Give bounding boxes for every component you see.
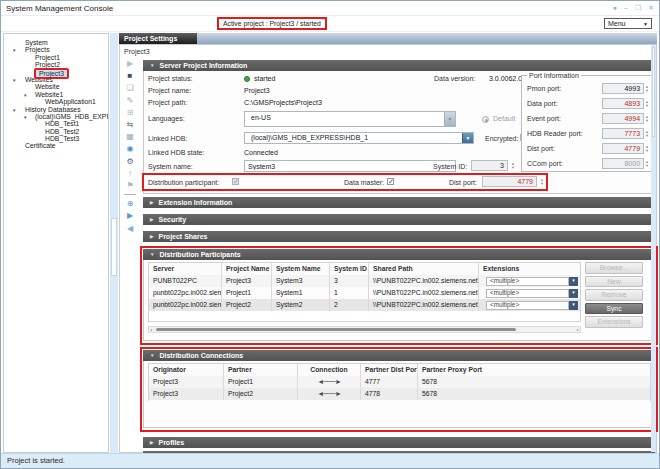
settings-icon[interactable]: ⚙ [126, 157, 133, 166]
panel-header-server-project-information[interactable]: ▼ Server Project Information [143, 60, 655, 71]
spinner-icon[interactable]: ▲▼ [645, 160, 649, 168]
chevron-right-icon: ▶ [150, 231, 153, 242]
extensions-dropdown[interactable]: <multiple> [486, 277, 569, 286]
browse-button[interactable]: Browse... [585, 262, 643, 274]
port-information-title: Port Information [527, 72, 581, 79]
scrollbar-thumb[interactable] [111, 218, 117, 276]
tree-item-certificate[interactable]: Certificate [4, 142, 108, 149]
default-radio[interactable] [482, 116, 489, 123]
sync-button[interactable]: Sync [585, 303, 643, 315]
back-icon[interactable]: ◀ [127, 224, 133, 233]
tree-item-project2[interactable]: Project2 [4, 61, 108, 68]
linked-hdb-combobox[interactable]: (local)\GMS_HDB_EXPRESS\HDB_1 ▼ [244, 132, 474, 144]
status-text: Project is started. [7, 456, 65, 465]
forward-icon[interactable]: ▶ [127, 211, 133, 220]
spinner-icon[interactable]: ▲▼ [511, 162, 515, 170]
chevron-down-icon[interactable]: ▼ [444, 112, 455, 126]
edit-icon[interactable]: ✎ [127, 96, 134, 105]
data-master-checkbox[interactable] [387, 178, 394, 185]
default-label: Default [493, 115, 515, 122]
extensions-dropdown[interactable]: <multiple> [486, 289, 569, 298]
tree-item-history-databases[interactable]: ▼History Databases [4, 106, 108, 113]
table-row[interactable]: punbt022pc.in002.siemer Project1 System1… [149, 287, 580, 299]
tree-item-gms-hdb-express[interactable]: ▼(local)\GMS_HDB_EXPRESS [4, 113, 108, 120]
minimize-button[interactable]: – [624, 4, 628, 12]
languages-listbox[interactable]: en-US ▼ [244, 111, 456, 127]
add-icon[interactable]: ⊕ [127, 199, 134, 208]
linked-hdb-state-value: Connected [244, 149, 278, 156]
panel-header-profiles[interactable]: ▶Profiles [143, 437, 655, 448]
system-name-input[interactable] [244, 160, 456, 172]
menu-dropdown[interactable]: Menu ▼ [604, 18, 652, 29]
hdb-reader-port-label: HDB Reader port: [527, 130, 583, 137]
chevron-down-icon[interactable]: ▼ [569, 289, 578, 298]
ccom-port-value: 8000 [602, 158, 644, 169]
scrollbar-thumb[interactable] [652, 47, 655, 137]
spinner-icon[interactable]: ▲▼ [645, 130, 649, 138]
table-row[interactable]: punbt022pc.in002.siemer Project2 System2… [149, 299, 580, 311]
start-icon[interactable]: ▶ [127, 59, 133, 68]
spinner-icon[interactable]: ▲▼ [645, 85, 649, 93]
remove-button[interactable]: Remove [585, 289, 643, 301]
chevron-down-icon: ▼ [150, 60, 154, 71]
tree-item-system[interactable]: System [4, 39, 108, 46]
close-button[interactable]: ✕ [648, 4, 654, 12]
chevron-down-icon[interactable]: ▼ [569, 277, 578, 286]
languages-value: en-US [245, 112, 444, 126]
tree-item-hdb-test3[interactable]: HDB_Test3 [4, 135, 108, 142]
scrollbar-thumb[interactable] [156, 328, 516, 331]
tree-item-project3-selected[interactable]: Project3 [4, 69, 108, 76]
chevron-down-icon[interactable]: ▼ [569, 301, 578, 310]
spinner-icon[interactable]: ▲▼ [645, 100, 649, 108]
panel-header-distribution-participants[interactable]: ▼ Distribution Participants [143, 249, 655, 260]
maximize-button[interactable]: ❐ [635, 4, 641, 12]
tree-item-webapplication1[interactable]: WebApplication1 [4, 98, 108, 105]
app-window: System Management Console ● – ❐ ✕ Active… [0, 0, 660, 469]
tab-project-settings[interactable]: Project Settings [119, 33, 197, 44]
chevron-down-icon: ▼ [150, 350, 154, 361]
distribution-connections-annotation: ▼ Distribution Connections Originator Pa… [140, 347, 658, 432]
extensions-button[interactable]: Extensions [585, 316, 643, 328]
pmon-port-label: Pmon port: [527, 85, 561, 92]
tree-item-website1[interactable]: ▼Website1 [4, 91, 108, 98]
save-icon[interactable]: ▦ [126, 132, 134, 141]
dist-port-info-value: 4779 [602, 143, 644, 154]
connections-table: Originator Partner Connection Partner Di… [148, 363, 651, 401]
data-master-label: Data master: [344, 179, 384, 186]
panel-header-security[interactable]: ▶Security [143, 214, 655, 225]
panel-header-extension-information[interactable]: ▶Extension Information [143, 197, 655, 208]
table-row[interactable]: Project3 Project2 ◄───► 4778 5678 [149, 388, 650, 400]
copy-icon[interactable]: ⊞ [127, 108, 134, 117]
spinner-icon[interactable]: ▲▼ [645, 145, 649, 153]
target-icon[interactable]: ◉ [127, 144, 134, 153]
pin-icon[interactable]: ⚑ [126, 181, 133, 190]
main-scrollbar[interactable] [651, 45, 656, 452]
tree-item-project1[interactable]: Project1 [4, 54, 108, 61]
panel-body-distribution-connections: Originator Partner Connection Partner Di… [143, 361, 655, 428]
document-icon[interactable]: ❏ [126, 83, 133, 92]
distribution-participants-annotation: ▼ Distribution Participants Server Proje… [140, 246, 658, 345]
horizontal-scrollbar[interactable]: ◂▸ [148, 326, 581, 333]
tree-item-hdb-test1[interactable]: HDB_Test1 [4, 120, 108, 127]
chevron-down-icon[interactable]: ▼ [462, 133, 473, 143]
distribution-participant-checkbox[interactable] [232, 178, 239, 185]
tree-item-projects[interactable]: ▼Projects [4, 46, 108, 53]
sidebar-scrollbar[interactable] [110, 33, 118, 453]
panel-header-distribution-connections[interactable]: ▼ Distribution Connections [143, 350, 655, 361]
participants-table: Server Project Name System Name System I… [148, 262, 581, 322]
spinner-icon[interactable]: ▲▼ [645, 115, 649, 123]
extensions-dropdown[interactable]: <multiple> [486, 301, 569, 310]
tree-item-website[interactable]: Website [4, 83, 108, 90]
panel-body-server-project-information: Project status: started Data version: 3.… [143, 71, 655, 194]
upload-icon[interactable]: ↑ [128, 169, 132, 178]
compare-icon[interactable]: ⇆ [127, 120, 134, 129]
panel-header-project-shares[interactable]: ▶Project Shares [143, 231, 655, 242]
stop-icon[interactable]: ■ [128, 71, 133, 80]
chevron-down-icon: ▼ [643, 21, 648, 27]
vertical-toolbar: ▶ ■ ❏ ✎ ⊞ ⇆ ▦ ◉ ⚙ ↑ ⚑ ⊕ ▶ ◀ [120, 59, 140, 233]
new-button[interactable]: New [585, 276, 643, 288]
table-row[interactable]: PUNBT022PC Project3 System3 3 \\PUNBT022… [149, 275, 580, 287]
table-row[interactable]: Project3 Project1 ◄───► 4777 5678 [149, 376, 650, 388]
tree-item-hdb-test2[interactable]: HDB_Test2 [4, 128, 108, 135]
spinner-icon[interactable]: ▲▼ [540, 178, 544, 186]
